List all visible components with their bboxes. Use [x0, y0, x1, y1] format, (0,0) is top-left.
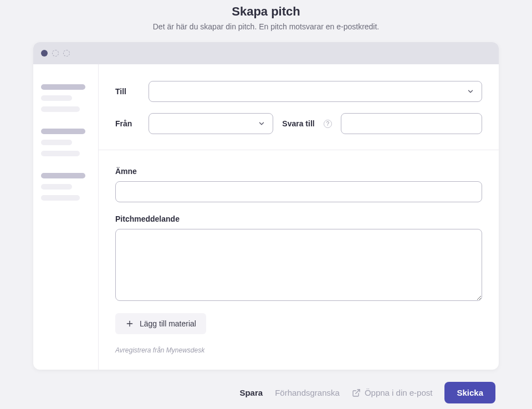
sidebar — [33, 64, 99, 370]
skeleton-line — [41, 84, 85, 90]
skeleton-line — [41, 95, 72, 101]
skeleton-line — [41, 151, 80, 156]
window-titlebar — [33, 42, 499, 64]
main-form-area: Till Från — [99, 64, 499, 370]
window-dot-icon — [52, 50, 59, 57]
message-label: Pitchmeddelande — [115, 214, 482, 223]
send-button[interactable]: Skicka — [444, 382, 495, 403]
skeleton-line — [41, 195, 80, 201]
from-select[interactable] — [149, 113, 273, 134]
to-select[interactable] — [149, 81, 482, 102]
subject-label: Ämne — [115, 167, 482, 176]
skeleton-group — [41, 129, 90, 156]
svg-line-2 — [356, 390, 360, 393]
window-dot-icon — [63, 50, 70, 57]
reply-to-label: Svara till — [282, 119, 314, 128]
add-material-button[interactable]: Lägg till material — [115, 313, 206, 334]
save-button[interactable]: Spara — [239, 388, 263, 397]
unsubscribe-text: Avregistrera från Mynewsdesk — [115, 346, 482, 354]
to-label: Till — [115, 87, 140, 96]
subject-input[interactable] — [115, 181, 482, 202]
skeleton-line — [41, 140, 72, 145]
page-title: Skapa pitch — [153, 4, 380, 19]
action-footer: Spara Förhandsgranska Öppna i din e-post… — [33, 370, 499, 403]
skeleton-line — [41, 106, 80, 112]
page-subtitle: Det är här du skapar din pitch. En pitch… — [153, 22, 380, 31]
window-dot-icon — [41, 50, 48, 57]
external-link-icon — [352, 388, 361, 397]
preview-button[interactable]: Förhandsgranska — [275, 388, 340, 397]
plus-icon — [125, 319, 134, 328]
content-section: Ämne Pitchmeddelande Lägg till material … — [99, 150, 499, 370]
skeleton-group — [41, 84, 90, 112]
reply-to-input[interactable] — [341, 113, 482, 134]
page-header: Skapa pitch Det är här du skapar din pit… — [153, 4, 380, 31]
message-textarea[interactable] — [115, 229, 482, 301]
open-in-email-button[interactable]: Öppna i din e-post — [352, 388, 433, 397]
from-label: Från — [115, 119, 140, 128]
skeleton-line — [41, 184, 72, 190]
help-icon[interactable]: ? — [324, 120, 332, 128]
skeleton-line — [41, 173, 85, 178]
skeleton-line — [41, 129, 85, 134]
add-material-label: Lägg till material — [140, 319, 196, 328]
editor-window: Till Från — [33, 42, 499, 370]
skeleton-group — [41, 173, 90, 201]
recipients-section: Till Från — [99, 64, 499, 150]
